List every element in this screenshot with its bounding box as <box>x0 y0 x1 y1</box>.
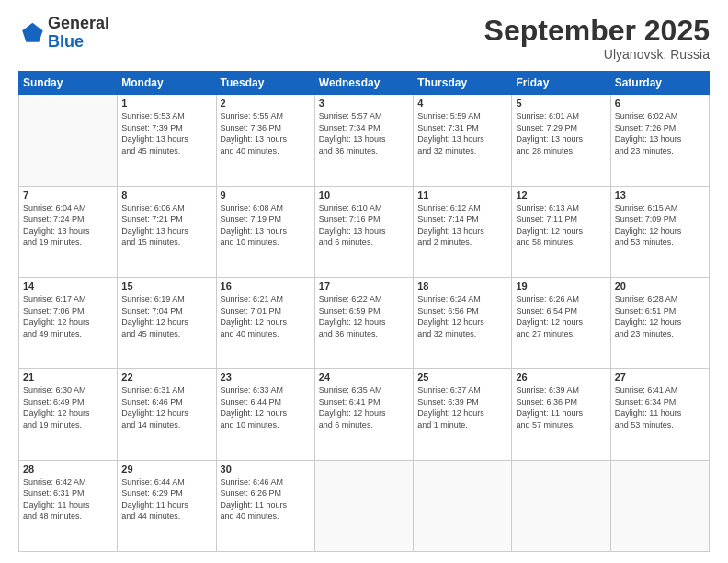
table-row: 14Sunrise: 6:17 AM Sunset: 7:06 PM Dayli… <box>19 277 118 368</box>
table-row: 10Sunrise: 6:10 AM Sunset: 7:16 PM Dayli… <box>314 186 413 277</box>
day-info: Sunrise: 5:57 AM Sunset: 7:34 PM Dayligh… <box>319 110 409 156</box>
day-number: 22 <box>121 372 211 383</box>
day-info: Sunrise: 6:01 AM Sunset: 7:29 PM Dayligh… <box>516 110 606 156</box>
day-number: 24 <box>319 372 409 383</box>
table-row: 29Sunrise: 6:44 AM Sunset: 6:29 PM Dayli… <box>118 460 216 551</box>
table-row: 9Sunrise: 6:08 AM Sunset: 7:19 PM Daylig… <box>216 186 314 277</box>
day-info: Sunrise: 5:53 AM Sunset: 7:39 PM Dayligh… <box>121 110 211 156</box>
day-info: Sunrise: 6:24 AM Sunset: 6:56 PM Dayligh… <box>417 293 507 339</box>
day-info: Sunrise: 6:06 AM Sunset: 7:21 PM Dayligh… <box>121 202 211 248</box>
table-row: 25Sunrise: 6:37 AM Sunset: 6:39 PM Dayli… <box>414 369 512 460</box>
table-row: 24Sunrise: 6:35 AM Sunset: 6:41 PM Dayli… <box>314 369 413 460</box>
header: General Blue September 2025 Ulyanovsk, R… <box>18 15 710 62</box>
col-thursday: Thursday <box>414 72 512 95</box>
table-row: 21Sunrise: 6:30 AM Sunset: 6:49 PM Dayli… <box>19 369 118 460</box>
table-row: 2Sunrise: 5:55 AM Sunset: 7:36 PM Daylig… <box>216 95 314 186</box>
table-row: 23Sunrise: 6:33 AM Sunset: 6:44 PM Dayli… <box>216 369 314 460</box>
calendar: Sunday Monday Tuesday Wednesday Thursday… <box>18 71 710 552</box>
day-number: 10 <box>319 190 409 201</box>
day-number: 21 <box>23 372 113 383</box>
calendar-week-row: 7Sunrise: 6:04 AM Sunset: 7:24 PM Daylig… <box>19 186 710 277</box>
table-row: 4Sunrise: 5:59 AM Sunset: 7:31 PM Daylig… <box>414 95 512 186</box>
day-info: Sunrise: 6:19 AM Sunset: 7:04 PM Dayligh… <box>121 293 211 339</box>
day-info: Sunrise: 6:30 AM Sunset: 6:49 PM Dayligh… <box>23 385 113 431</box>
day-info: Sunrise: 6:41 AM Sunset: 6:34 PM Dayligh… <box>615 385 705 431</box>
col-sunday: Sunday <box>19 72 118 95</box>
location: Ulyanovsk, Russia <box>484 47 710 62</box>
title-block: September 2025 Ulyanovsk, Russia <box>484 15 710 62</box>
table-row: 16Sunrise: 6:21 AM Sunset: 7:01 PM Dayli… <box>216 277 314 368</box>
table-row <box>314 460 413 551</box>
table-row: 6Sunrise: 6:02 AM Sunset: 7:26 PM Daylig… <box>610 95 709 186</box>
table-row: 26Sunrise: 6:39 AM Sunset: 6:36 PM Dayli… <box>512 369 610 460</box>
day-info: Sunrise: 6:42 AM Sunset: 6:31 PM Dayligh… <box>23 477 113 523</box>
day-number: 6 <box>615 98 705 109</box>
day-info: Sunrise: 6:10 AM Sunset: 7:16 PM Dayligh… <box>319 202 409 248</box>
day-info: Sunrise: 5:59 AM Sunset: 7:31 PM Dayligh… <box>417 110 507 156</box>
col-monday: Monday <box>118 72 216 95</box>
day-number: 16 <box>221 281 311 292</box>
table-row: 20Sunrise: 6:28 AM Sunset: 6:51 PM Dayli… <box>610 277 709 368</box>
day-number: 15 <box>121 281 211 292</box>
day-number: 2 <box>221 98 311 109</box>
table-row: 8Sunrise: 6:06 AM Sunset: 7:21 PM Daylig… <box>118 186 216 277</box>
col-wednesday: Wednesday <box>314 72 413 95</box>
table-row: 18Sunrise: 6:24 AM Sunset: 6:56 PM Dayli… <box>414 277 512 368</box>
svg-marker-0 <box>22 23 42 42</box>
day-number: 19 <box>516 281 606 292</box>
calendar-header-row: Sunday Monday Tuesday Wednesday Thursday… <box>19 72 710 95</box>
table-row: 28Sunrise: 6:42 AM Sunset: 6:31 PM Dayli… <box>19 460 118 551</box>
day-info: Sunrise: 6:39 AM Sunset: 6:36 PM Dayligh… <box>516 385 606 431</box>
day-number: 17 <box>319 281 409 292</box>
table-row <box>610 460 709 551</box>
day-info: Sunrise: 6:12 AM Sunset: 7:14 PM Dayligh… <box>417 202 507 248</box>
logo-text: General Blue <box>48 15 109 52</box>
logo-icon <box>18 20 44 46</box>
day-info: Sunrise: 6:46 AM Sunset: 6:26 PM Dayligh… <box>221 477 311 523</box>
calendar-week-row: 28Sunrise: 6:42 AM Sunset: 6:31 PM Dayli… <box>19 460 710 551</box>
day-number: 8 <box>121 190 211 201</box>
table-row: 27Sunrise: 6:41 AM Sunset: 6:34 PM Dayli… <box>610 369 709 460</box>
day-number: 29 <box>121 464 211 475</box>
day-number: 23 <box>221 372 311 383</box>
table-row <box>414 460 512 551</box>
month-title: September 2025 <box>484 15 710 47</box>
table-row: 13Sunrise: 6:15 AM Sunset: 7:09 PM Dayli… <box>610 186 709 277</box>
day-number: 13 <box>615 190 705 201</box>
day-number: 26 <box>516 372 606 383</box>
day-number: 11 <box>417 190 507 201</box>
table-row: 3Sunrise: 5:57 AM Sunset: 7:34 PM Daylig… <box>314 95 413 186</box>
table-row: 11Sunrise: 6:12 AM Sunset: 7:14 PM Dayli… <box>414 186 512 277</box>
table-row: 15Sunrise: 6:19 AM Sunset: 7:04 PM Dayli… <box>118 277 216 368</box>
table-row: 30Sunrise: 6:46 AM Sunset: 6:26 PM Dayli… <box>216 460 314 551</box>
day-info: Sunrise: 6:31 AM Sunset: 6:46 PM Dayligh… <box>121 385 211 431</box>
col-friday: Friday <box>512 72 610 95</box>
table-row: 19Sunrise: 6:26 AM Sunset: 6:54 PM Dayli… <box>512 277 610 368</box>
day-number: 1 <box>121 98 211 109</box>
day-info: Sunrise: 6:26 AM Sunset: 6:54 PM Dayligh… <box>516 293 606 339</box>
logo-general: General <box>48 14 109 32</box>
col-saturday: Saturday <box>610 72 709 95</box>
day-number: 20 <box>615 281 705 292</box>
day-number: 7 <box>23 190 113 201</box>
day-number: 25 <box>417 372 507 383</box>
calendar-week-row: 21Sunrise: 6:30 AM Sunset: 6:49 PM Dayli… <box>19 369 710 460</box>
day-info: Sunrise: 6:08 AM Sunset: 7:19 PM Dayligh… <box>221 202 311 248</box>
day-info: Sunrise: 5:55 AM Sunset: 7:36 PM Dayligh… <box>221 110 311 156</box>
day-info: Sunrise: 6:44 AM Sunset: 6:29 PM Dayligh… <box>121 477 211 523</box>
day-info: Sunrise: 6:28 AM Sunset: 6:51 PM Dayligh… <box>615 293 705 339</box>
day-number: 3 <box>319 98 409 109</box>
logo-blue: Blue <box>48 32 84 51</box>
day-info: Sunrise: 6:04 AM Sunset: 7:24 PM Dayligh… <box>23 202 113 248</box>
table-row: 5Sunrise: 6:01 AM Sunset: 7:29 PM Daylig… <box>512 95 610 186</box>
day-number: 12 <box>516 190 606 201</box>
calendar-week-row: 1Sunrise: 5:53 AM Sunset: 7:39 PM Daylig… <box>19 95 710 186</box>
day-info: Sunrise: 6:21 AM Sunset: 7:01 PM Dayligh… <box>221 293 311 339</box>
day-number: 14 <box>23 281 113 292</box>
table-row: 22Sunrise: 6:31 AM Sunset: 6:46 PM Dayli… <box>118 369 216 460</box>
day-number: 28 <box>23 464 113 475</box>
day-info: Sunrise: 6:02 AM Sunset: 7:26 PM Dayligh… <box>615 110 705 156</box>
day-number: 9 <box>221 190 311 201</box>
day-number: 5 <box>516 98 606 109</box>
table-row: 17Sunrise: 6:22 AM Sunset: 6:59 PM Dayli… <box>314 277 413 368</box>
